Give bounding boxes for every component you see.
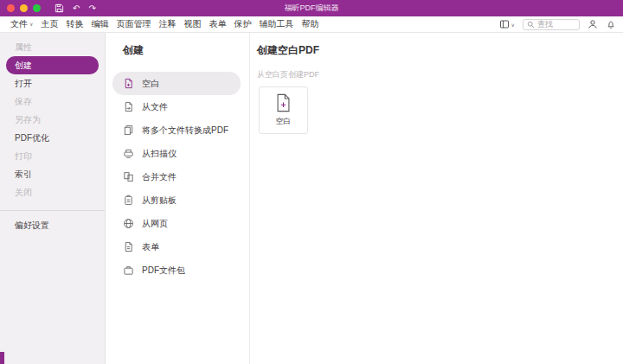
minimize-button[interactable] — [20, 4, 28, 12]
menu-form[interactable]: 表单 — [209, 18, 226, 30]
backstage-view: 属性 创建 打开 保存 另存为 PDF优化 打印 索引 关闭 偏好设置 创建 — [0, 33, 623, 364]
search-input[interactable] — [537, 20, 575, 29]
chevron-down-icon: ∨ — [511, 22, 515, 28]
multiple-files-icon — [123, 125, 134, 136]
detail-title: 创建空白PDF — [257, 43, 623, 58]
menu-view[interactable]: 视图 — [183, 18, 201, 30]
chevron-down-icon: ∨ — [29, 22, 33, 27]
menu-home[interactable]: 主页 — [41, 18, 58, 30]
search-icon — [527, 21, 535, 29]
blank-pdf-card[interactable]: 空白 — [259, 86, 308, 134]
create-item-combine-files[interactable]: 合并文件 — [112, 165, 241, 188]
scanner-icon — [123, 148, 134, 159]
window-controls — [7, 4, 41, 12]
menu-file[interactable]: 文件∨ — [10, 18, 33, 30]
blank-doc-icon — [123, 78, 134, 89]
sidebar-item-pdf-optimize[interactable]: PDF优化 — [0, 129, 105, 147]
close-button[interactable] — [7, 4, 15, 12]
sidebar-item-print: 打印 — [0, 147, 105, 165]
create-item-from-file[interactable]: 从文件 — [112, 95, 241, 118]
account-icon[interactable] — [588, 19, 598, 29]
create-item-multiple-files[interactable]: 将多个文件转换成PDF — [112, 118, 241, 142]
undo-icon[interactable]: ↶ — [73, 4, 80, 13]
blank-doc-plus-icon — [275, 93, 292, 112]
clipboard-icon — [123, 195, 134, 206]
blank-card-label: 空白 — [276, 116, 292, 127]
layout-view-icon[interactable]: ∨ — [499, 19, 515, 29]
sidebar-item-properties: 属性 — [0, 38, 105, 56]
app-window: ↶ ↷ 福昕PDF编辑器 文件∨ 主页 转换 编辑 页面管理 注释 视图 表单 … — [0, 0, 623, 364]
create-item-blank[interactable]: 空白 — [112, 72, 241, 95]
menu-convert[interactable]: 转换 — [66, 18, 83, 30]
sidebar-item-index[interactable]: 索引 — [0, 165, 105, 183]
redo-icon[interactable]: ↷ — [88, 4, 95, 13]
sidebar-item-save: 保存 — [0, 93, 105, 111]
create-panel-title: 创建 — [123, 43, 249, 58]
titlebar: ↶ ↷ 福昕PDF编辑器 — [0, 0, 623, 16]
create-item-from-clipboard[interactable]: 从剪贴板 — [112, 188, 241, 212]
create-item-pdf-portfolio[interactable]: PDF文件包 — [112, 259, 241, 282]
menu-page-organize[interactable]: 页面管理 — [116, 18, 151, 30]
pdf-portfolio-icon — [123, 265, 134, 276]
menu-help[interactable]: 帮助 — [301, 18, 318, 30]
form-icon — [123, 241, 134, 252]
menu-protect[interactable]: 保护 — [234, 18, 251, 30]
sidebar-item-open[interactable]: 打开 — [0, 74, 105, 93]
menubar: 文件∨ 主页 转换 编辑 页面管理 注释 视图 表单 保护 辅助工具 帮助 ∨ — [0, 16, 623, 33]
save-icon[interactable] — [55, 3, 64, 13]
combine-files-icon — [123, 171, 134, 182]
menu-accessibility[interactable]: 辅助工具 — [259, 18, 293, 30]
sidebar-item-save-as: 另存为 — [0, 111, 105, 129]
sidebar-item-close: 关闭 — [0, 183, 105, 201]
sidebar-item-preferences[interactable]: 偏好设置 — [0, 216, 105, 234]
sidebar-item-create[interactable]: 创建 — [6, 56, 99, 74]
sidebar-divider — [0, 210, 105, 211]
create-item-form[interactable]: 表单 — [112, 235, 241, 259]
menu-comment[interactable]: 注释 — [158, 18, 176, 30]
create-item-from-scanner[interactable]: 从扫描仪 — [112, 142, 241, 165]
search-box[interactable] — [523, 19, 580, 30]
create-blank-detail-panel: 创建空白PDF 从空白页创建PDF 空白 — [250, 33, 623, 364]
zoom-button[interactable] — [33, 4, 41, 12]
web-page-icon — [123, 218, 134, 229]
notification-bell-icon[interactable] — [606, 19, 616, 29]
create-method-list: 创建 空白 从文件 — [106, 33, 250, 364]
from-file-icon — [123, 101, 134, 112]
menu-edit[interactable]: 编辑 — [91, 18, 108, 30]
create-item-from-web-page[interactable]: 从网页 — [112, 212, 241, 235]
corner-accent — [0, 352, 4, 364]
detail-subtitle: 从空白页创建PDF — [257, 69, 623, 80]
file-sidebar: 属性 创建 打开 保存 另存为 PDF优化 打印 索引 关闭 偏好设置 — [0, 33, 106, 364]
